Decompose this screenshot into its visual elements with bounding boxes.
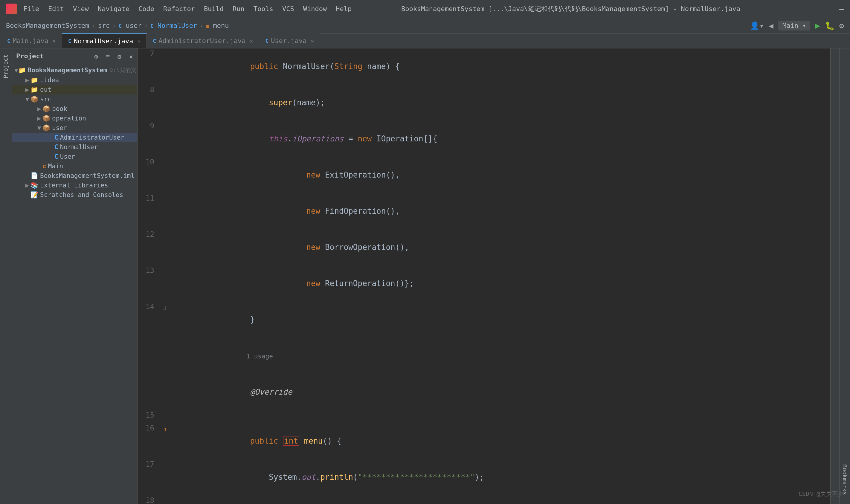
menu-help[interactable]: Help [336, 5, 351, 13]
arrow-operation: ▶ [36, 115, 42, 122]
tab-close-adminuser[interactable]: ✕ [250, 38, 253, 44]
tree-item-adminuser[interactable]: ▶ C AdministratorUser [12, 133, 137, 142]
code-content-18[interactable]: System.out.println("Hello " + this.name … [172, 495, 830, 504]
code-line-usage: 1 usage [138, 338, 830, 374]
line-num-10: 10 [138, 157, 159, 193]
tree-path-root: D:\我的文件\计算机科学\... [109, 66, 137, 74]
jetbrains-icon [6, 4, 17, 14]
tree-item-user-class[interactable]: ▶ C User [12, 152, 137, 161]
tab-main-java[interactable]: C Main.java ✕ [1, 33, 62, 48]
tab-close-user[interactable]: ✕ [311, 38, 314, 44]
tab-icon-adminuser: C [153, 38, 156, 44]
tree-label-user: user [52, 124, 67, 131]
code-content-13[interactable]: new ReturnOperation()}; [172, 266, 830, 302]
code-content-16[interactable]: public int menu() { [172, 423, 830, 459]
code-line-10: 10 new ExitOperation(), [138, 157, 830, 193]
code-content-8[interactable]: super(name); [172, 85, 830, 121]
anchor-14: ⚓ [164, 305, 167, 311]
tree-label-normaluser: NormalUser [60, 143, 98, 151]
code-content-10[interactable]: new ExitOperation(), [172, 157, 830, 193]
tab-user-java[interactable]: C User.java ✕ [259, 33, 320, 48]
tab-bar: C Main.java ✕ C NormalUser.java ✕ C Admi… [0, 34, 850, 49]
project-tab[interactable]: Project [1, 51, 11, 82]
sidebar-gear-icon[interactable]: ⚙ [117, 53, 121, 60]
tab-adminuser-java[interactable]: C AdministratorUser.java ✕ [147, 33, 259, 48]
tree-label-idea: .idea [40, 76, 59, 84]
package-icon-operation: 📦 [42, 115, 50, 122]
menu-navigate[interactable]: Navigate [98, 5, 129, 13]
sidebar-close-icon[interactable]: ✕ [129, 53, 133, 60]
menu-build[interactable]: Build [204, 5, 224, 13]
line-num-12: 12 [138, 229, 159, 266]
folder-icon-root: 📁 [18, 67, 26, 74]
settings-icon[interactable]: ⚙ [839, 21, 844, 30]
run-icon[interactable]: ▶ [815, 21, 820, 31]
tab-close-main[interactable]: ✕ [53, 38, 56, 44]
tab-label-normaluser: NormalUser.java [74, 37, 133, 45]
breadcrumb-user[interactable]: C user [119, 22, 141, 29]
breadcrumb-class[interactable]: C NormalUser [150, 22, 197, 29]
tree-item-main[interactable]: ▶ c Main [12, 161, 137, 171]
iml-icon: 📄 [31, 172, 38, 179]
code-line-14: 14 ⚓ } [138, 302, 830, 338]
tree-item-scratch[interactable]: ▶ 📝 Scratches and Consoles [12, 190, 137, 200]
sidebar-scope-icon[interactable]: ⊕ [94, 53, 98, 60]
menu-code[interactable]: Code [139, 5, 154, 13]
tree-item-user[interactable]: ▼ 📦 user [12, 123, 137, 133]
arrow-idea: ▶ [24, 76, 31, 84]
menu-edit[interactable]: Edit [48, 5, 64, 13]
code-content-17[interactable]: System.out.println("********************… [172, 459, 830, 495]
tab-icon-user: C [265, 38, 269, 44]
usage-hint: 1 usage [231, 353, 273, 360]
menu-window[interactable]: Window [303, 5, 327, 13]
code-content-12[interactable]: new BorrowOperation(), [172, 229, 830, 266]
code-content-7[interactable]: public NormalUser(String name) { [172, 49, 830, 85]
code-content-11[interactable]: new FindOperation(), [172, 193, 830, 229]
window-controls[interactable]: — [839, 4, 844, 14]
up-arrow-16: ↑ [164, 426, 167, 433]
tree-item-iml[interactable]: ▶ 📄 BooksManagementSystem.iml [12, 171, 137, 181]
project-sidebar: Project ⊕ ≡ ⚙ ✕ ▼ 📁 BooksManagementSyste… [12, 49, 138, 504]
breadcrumb-method[interactable]: m menu [206, 22, 229, 29]
profile-icon[interactable]: 👤▾ [750, 21, 764, 30]
tab-normaluser-java[interactable]: C NormalUser.java ✕ [62, 33, 147, 48]
breadcrumb-project[interactable]: BooksManagementSystem [6, 22, 89, 29]
tree-item-out[interactable]: ▶ 📁 out [12, 85, 137, 94]
tree-item-operation[interactable]: ▶ 📦 operation [12, 113, 137, 123]
tree-label-book: book [52, 105, 67, 112]
arrow-root: ▼ [14, 67, 18, 74]
menu-file[interactable]: File [23, 5, 39, 13]
code-editor[interactable]: 7 public NormalUser(String name) { 8 sup… [138, 49, 830, 504]
tree-item-book[interactable]: ▶ 📦 book [12, 104, 137, 113]
code-content-9[interactable]: this.iOperations = new IOperation[]{ [172, 121, 830, 157]
sidebar-collapse-icon[interactable]: ≡ [106, 53, 110, 60]
debug-icon[interactable]: 🐛 [825, 21, 834, 30]
tree-item-extlib[interactable]: ▶ 📚 External Libraries [12, 181, 137, 190]
class-icon-user: C [54, 153, 58, 160]
tab-close-normaluser[interactable]: ✕ [137, 38, 141, 44]
run-config-dropdown[interactable]: Main ▾ [778, 21, 810, 31]
tree-label-operation: operation [52, 115, 86, 122]
back-icon[interactable]: ◀ [769, 21, 774, 30]
tree-item-normaluser[interactable]: ▶ C NormalUser [12, 142, 137, 152]
code-line-9: 9 this.iOperations = new IOperation[]{ [138, 121, 830, 157]
gutter-18 [159, 495, 172, 504]
sidebar-title: Project [16, 52, 44, 60]
menu-refactor[interactable]: Refactor [163, 5, 195, 13]
menu-view[interactable]: View [73, 5, 89, 13]
tree-item-root[interactable]: ▼ 📁 BooksManagementSystem D:\我的文件\计算机科学\… [12, 65, 137, 75]
menu-tools[interactable]: Tools [254, 5, 273, 13]
menu-bar[interactable]: File Edit View Navigate Code Refactor Bu… [23, 5, 351, 13]
tree-label-main: Main [48, 163, 64, 170]
code-content-15[interactable] [172, 410, 830, 423]
arrow-src: ▼ [24, 96, 31, 103]
menu-vcs[interactable]: VCS [282, 5, 294, 13]
code-table: 7 public NormalUser(String name) { 8 sup… [138, 49, 830, 504]
breadcrumb-src[interactable]: src [98, 22, 110, 29]
code-content-14[interactable]: } [172, 302, 830, 338]
right-scrollbar-area [830, 49, 839, 504]
tree-item-src[interactable]: ▼ 📦 src [12, 94, 137, 104]
tree-item-idea[interactable]: ▶ 📁 .idea [12, 75, 137, 85]
menu-run[interactable]: Run [233, 5, 245, 13]
arrow-out: ▶ [24, 86, 31, 93]
